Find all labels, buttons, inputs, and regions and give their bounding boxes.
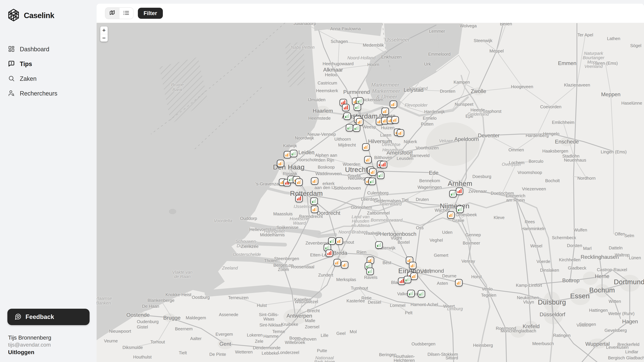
map-marker-level-2[interactable] xyxy=(382,108,389,115)
map-marker-level-1[interactable] xyxy=(328,237,336,245)
map-marker-level-3[interactable] xyxy=(326,250,333,257)
map-marker-level-2[interactable] xyxy=(334,259,341,266)
map-marker-level-1[interactable] xyxy=(344,112,351,120)
map-marker-level-3[interactable] xyxy=(295,195,303,202)
map-marker-level-3[interactable] xyxy=(456,188,463,195)
sidebar-item-zaken[interactable]: Zaken xyxy=(0,71,96,86)
bar-chart-icon-bar xyxy=(355,107,356,109)
dashboard-icon xyxy=(8,45,15,53)
map-marker-level-2[interactable] xyxy=(362,143,370,151)
list-view-button[interactable] xyxy=(119,8,133,19)
list-icon xyxy=(123,10,130,17)
bar-chart-icon-bar xyxy=(330,251,332,255)
tips-icon xyxy=(8,60,15,68)
logout-link[interactable]: Uitloggen xyxy=(8,348,96,356)
user-search-icon xyxy=(8,90,15,97)
map-marker-level-2[interactable] xyxy=(277,160,284,167)
bar-chart-icon-bar xyxy=(343,265,344,267)
bar-chart-icon-bar xyxy=(282,181,283,184)
bar-chart-icon-bar xyxy=(312,209,314,211)
map-marker-level-2[interactable] xyxy=(392,116,399,123)
bar-chart-icon-bar xyxy=(345,116,346,118)
bar-chart-icon-bar xyxy=(371,172,372,174)
bar-chart-icon-bar xyxy=(410,292,412,296)
bar-chart-icon-bar xyxy=(288,152,290,157)
bar-chart-icon-bar xyxy=(379,175,380,177)
sidebar-item-label: Zaken xyxy=(20,75,36,82)
bar-chart-icon-bar xyxy=(354,101,355,103)
map-marker-level-1[interactable] xyxy=(404,276,411,283)
map-marker-level-2[interactable] xyxy=(364,156,372,163)
map-marker-level-1[interactable] xyxy=(353,124,360,132)
map-marker-level-2[interactable] xyxy=(311,206,318,213)
sidebar-item-rechercheurs[interactable]: Rechercheurs xyxy=(0,86,96,101)
bar-chart-icon-bar xyxy=(366,146,366,149)
map-marker-level-2[interactable] xyxy=(369,168,376,176)
bar-chart-icon-bar xyxy=(337,261,338,265)
bar-chart-icon-bar xyxy=(452,213,453,217)
map-marker-level-2[interactable] xyxy=(397,129,404,137)
map-marker-level-1[interactable] xyxy=(407,290,415,297)
bar-chart-icon-bar xyxy=(368,271,369,273)
map-base-layer xyxy=(96,23,644,362)
map-marker-level-2[interactable] xyxy=(295,178,303,186)
map-view-button[interactable] xyxy=(105,8,119,19)
search-icon xyxy=(8,75,15,82)
map-marker-level-2[interactable] xyxy=(410,273,418,280)
sidebar-item-tips[interactable]: Tips xyxy=(0,57,96,71)
bar-chart-icon-bar xyxy=(293,152,294,156)
sidebar: Caselink DashboardTipsZakenRechercheurs … xyxy=(0,0,96,362)
bar-chart-icon-bar xyxy=(335,263,336,265)
zoom-out-button[interactable]: − xyxy=(100,34,108,41)
bar-chart-icon-bar xyxy=(359,121,360,124)
map-marker-level-2[interactable] xyxy=(455,279,462,286)
user-email: tijs@avendar.com xyxy=(8,341,96,348)
map-marker-level-1[interactable] xyxy=(449,190,457,197)
map-marker-level-1[interactable] xyxy=(377,172,384,179)
bar-chart-icon-bar xyxy=(411,265,412,268)
map-marker-level-3[interactable] xyxy=(342,104,350,111)
map-marker-level-2[interactable] xyxy=(336,237,343,245)
bar-chart-icon-bar xyxy=(379,164,380,166)
map-marker-level-2[interactable] xyxy=(409,262,416,269)
map-marker-level-1[interactable] xyxy=(375,241,383,249)
bar-chart-icon-bar xyxy=(292,153,293,156)
bar-chart-icon-bar xyxy=(400,132,401,135)
map-marker-level-1[interactable] xyxy=(368,178,376,185)
bar-chart-icon-bar xyxy=(372,258,372,262)
bar-chart-icon-bar xyxy=(358,105,360,109)
bar-chart-icon-bar xyxy=(452,193,454,196)
map-marker-level-1[interactable] xyxy=(354,103,361,111)
map-marker-level-3[interactable] xyxy=(380,161,387,168)
bar-chart-icon-bar xyxy=(385,110,386,113)
map-marker-level-1[interactable] xyxy=(366,268,374,275)
bar-chart-icon-bar xyxy=(386,109,387,113)
bar-chart-icon-bar xyxy=(377,245,378,247)
filter-button[interactable]: Filter xyxy=(138,8,163,19)
feedback-button[interactable]: Feedback xyxy=(8,309,90,325)
bar-chart-icon-bar xyxy=(315,199,316,203)
bar-chart-icon-bar xyxy=(350,125,352,130)
sidebar-nav: DashboardTipsZakenRechercheurs xyxy=(0,42,96,101)
content-card: Filter + − JulianadorpAnna PaulownaNabij… xyxy=(96,4,644,362)
bar-chart-icon-bar xyxy=(403,279,404,283)
bar-chart-icon-bar xyxy=(460,189,462,193)
map-marker-level-1[interactable] xyxy=(290,150,297,157)
bar-chart-icon-bar xyxy=(370,264,370,268)
map-marker-level-1[interactable] xyxy=(346,124,353,131)
map-marker-level-1[interactable] xyxy=(310,197,318,205)
sidebar-item-dashboard[interactable]: Dashboard xyxy=(0,42,96,57)
bar-chart-icon-bar xyxy=(400,281,401,283)
bar-chart-icon-bar xyxy=(361,98,362,103)
map-marker-level-2[interactable] xyxy=(341,261,348,269)
map-marker-level-2[interactable] xyxy=(311,177,318,185)
bar-chart-icon-bar xyxy=(380,243,381,247)
zoom-in-button[interactable]: + xyxy=(100,26,108,34)
main-area: Filter + − JulianadorpAnna PaulownaNabij… xyxy=(96,0,644,362)
map-marker-level-1[interactable] xyxy=(456,206,464,213)
map-marker-level-2[interactable] xyxy=(447,211,455,219)
map-marker-level-2[interactable] xyxy=(390,100,397,108)
map-canvas[interactable]: + − JulianadorpAnna PaulownaNabij Petten… xyxy=(96,23,644,362)
bar-chart-icon-bar xyxy=(312,201,313,203)
map-marker-level-1[interactable] xyxy=(418,290,425,298)
